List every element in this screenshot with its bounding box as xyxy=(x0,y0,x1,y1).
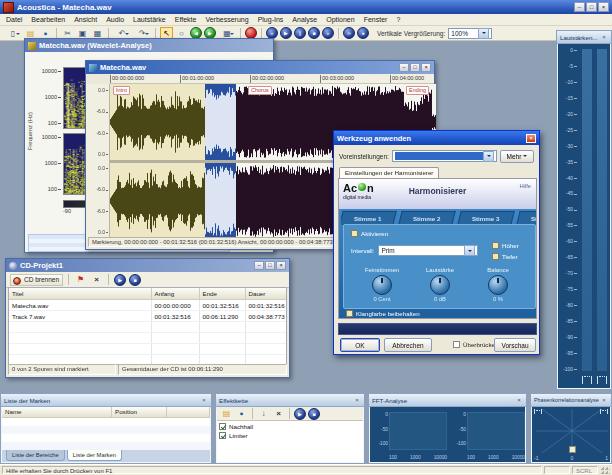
close-icon[interactable]: × xyxy=(200,397,208,403)
cd-column-header[interactable]: Ende xyxy=(199,288,245,300)
timbre-checkbox[interactable] xyxy=(346,310,353,317)
cd-table-header[interactable]: TitelAnfangEndeDauer xyxy=(9,288,287,300)
menu-item[interactable]: Audio xyxy=(106,16,124,23)
preview-button[interactable]: Vorschau xyxy=(494,338,536,352)
save-chain-button[interactable]: ▪ xyxy=(235,408,248,420)
play-button[interactable]: ▶ xyxy=(294,408,306,420)
preset-selection xyxy=(395,152,483,160)
voice-tab[interactable]: Stimme 3 xyxy=(457,211,514,225)
menu-item[interactable]: Analyse xyxy=(292,16,317,23)
close-button[interactable]: × xyxy=(598,2,609,12)
voice-tab[interactable]: Stimme 4 xyxy=(516,211,536,225)
activate-checkbox[interactable] xyxy=(351,230,358,237)
goto-end-button[interactable]: » xyxy=(322,27,334,39)
phase-panel-header[interactable]: Phasenkorrelationsanalyse × xyxy=(531,394,611,407)
chevron-down-icon[interactable] xyxy=(464,245,475,256)
time-ruler[interactable]: 00:00:00:00000:01:00:00000:02:00:00000:0… xyxy=(110,74,434,84)
monitor-button[interactable]: ● xyxy=(357,27,369,39)
pause-button[interactable]: ∥ xyxy=(294,27,306,39)
loop-button[interactable]: ∞ xyxy=(343,27,355,39)
separator xyxy=(289,408,290,419)
close-icon[interactable]: × xyxy=(353,397,361,403)
minimize-button[interactable]: – xyxy=(254,261,264,270)
marks-list-body[interactable] xyxy=(2,418,210,449)
knob[interactable] xyxy=(372,275,392,295)
interval-combo[interactable]: Prim xyxy=(378,245,478,256)
close-icon[interactable]: × xyxy=(600,34,608,40)
voice-tab[interactable]: Stimme 2 xyxy=(398,211,455,225)
voice-tab[interactable]: Stimme 1 xyxy=(341,211,397,225)
help-link[interactable]: Hilfe xyxy=(519,183,531,189)
menu-item[interactable]: Effekte xyxy=(175,16,197,23)
cd-track-row[interactable]: Track 7.wav00:01:32:51600:06:11:29000:04… xyxy=(9,311,287,322)
play-button[interactable]: ▶ xyxy=(114,274,126,286)
burn-cd-button[interactable]: CD brennen xyxy=(10,274,63,286)
marks-panel-header[interactable]: Liste der Marken × xyxy=(1,394,211,407)
insert-effect-button[interactable]: ↓ xyxy=(257,408,270,420)
column-name[interactable]: Name xyxy=(2,407,112,418)
fx-enabled-checkbox[interactable] xyxy=(219,432,226,439)
tab-liste-der-marken[interactable]: Liste der Marken xyxy=(67,450,122,461)
fx-list-item[interactable]: Nachhall xyxy=(219,422,361,431)
stop-button[interactable]: ■ xyxy=(308,408,320,420)
chevron-down-icon[interactable] xyxy=(483,151,494,162)
knob[interactable] xyxy=(430,275,450,295)
close-button[interactable]: × xyxy=(276,261,286,270)
menu-item[interactable]: Fenster xyxy=(364,16,388,23)
menu-item[interactable]: Datei xyxy=(6,16,22,23)
add-track-marker-button[interactable]: ⚑ xyxy=(74,274,87,286)
maximize-button[interactable]: □ xyxy=(410,63,420,72)
stop-button[interactable]: ■ xyxy=(129,274,141,286)
menu-item[interactable]: Plug-Ins xyxy=(258,16,284,23)
status-scroll-lock: SCRL xyxy=(572,466,598,474)
dialog-titlebar[interactable]: Werkzeug anwenden × xyxy=(334,131,539,145)
effect-chain-panel: Effektkette × ▤▪↓×▶■ Nachhall Limiter xyxy=(215,393,365,464)
vertical-zoom-combo[interactable]: 100% xyxy=(448,28,492,39)
menu-item[interactable]: Lautstärke xyxy=(133,16,166,23)
column-position[interactable]: Position xyxy=(112,407,167,418)
knob[interactable] xyxy=(488,275,508,295)
menu-item[interactable]: Bearbeiten xyxy=(31,16,65,23)
menu-item[interactable]: ? xyxy=(396,16,400,23)
cd-column-header[interactable]: Dauer xyxy=(245,288,287,300)
resize-grip[interactable] xyxy=(600,466,610,474)
fft-panel-header[interactable]: FFT-Analyse × xyxy=(369,394,526,407)
bypass-checkbox[interactable] xyxy=(453,341,460,348)
ok-button[interactable]: OK xyxy=(340,338,380,352)
stop-button[interactable]: ■ xyxy=(308,27,320,39)
close-icon[interactable]: × xyxy=(526,134,536,143)
lower-checkbox[interactable] xyxy=(492,253,499,260)
menu-item[interactable]: Optionen xyxy=(326,16,354,23)
maximize-button[interactable]: □ xyxy=(265,261,275,270)
new-file-button[interactable]: ▯ xyxy=(4,27,22,39)
minimize-button[interactable]: – xyxy=(399,63,409,72)
cd-table-body[interactable]: Matecha.wav00:00:00:00000:01:32:51600:01… xyxy=(9,300,287,366)
open-chain-button[interactable]: ▤ xyxy=(220,408,233,420)
cd-track-row[interactable]: Matecha.wav00:00:00:00000:01:32:51600:01… xyxy=(9,300,287,311)
cd-column-header[interactable]: Anfang xyxy=(151,288,199,300)
chevron-down-icon[interactable] xyxy=(478,28,489,39)
remove-effect-button[interactable]: × xyxy=(272,408,285,420)
minimize-button[interactable]: – xyxy=(574,2,585,12)
tab-liste-der-bereiche[interactable]: Liste der Bereiche xyxy=(6,450,65,461)
close-icon[interactable]: × xyxy=(515,397,523,403)
meter-panel-header[interactable]: Lautstärken... × xyxy=(557,31,611,44)
maximize-button[interactable]: □ xyxy=(586,2,597,12)
fx-panel-header[interactable]: Effektkette × xyxy=(216,394,364,407)
menu-item[interactable]: Verbesserung xyxy=(205,16,248,23)
higher-checkbox[interactable] xyxy=(492,242,499,249)
fx-list-item[interactable]: Limiter xyxy=(219,431,361,440)
menu-item[interactable]: Ansicht xyxy=(74,16,97,23)
close-button[interactable]: × xyxy=(421,63,431,72)
wavelet-titlebar[interactable]: Matecha.wav (Wavelet-Analyse) xyxy=(25,39,273,52)
fx-enabled-checkbox[interactable] xyxy=(219,423,226,430)
cd-titlebar[interactable]: CD-Projekt1 –□× xyxy=(6,259,289,272)
waveform-titlebar[interactable]: Matecha.wav –□× xyxy=(86,61,434,74)
play-button[interactable]: ▶ xyxy=(280,27,292,39)
close-icon[interactable]: × xyxy=(600,397,608,403)
more-button[interactable]: Mehr xyxy=(500,150,534,163)
preset-combo[interactable] xyxy=(392,150,497,162)
cancel-button[interactable]: Abbrechen xyxy=(384,338,432,352)
cd-column-header[interactable]: Titel xyxy=(9,288,151,300)
delete-track-button[interactable]: × xyxy=(90,274,103,286)
